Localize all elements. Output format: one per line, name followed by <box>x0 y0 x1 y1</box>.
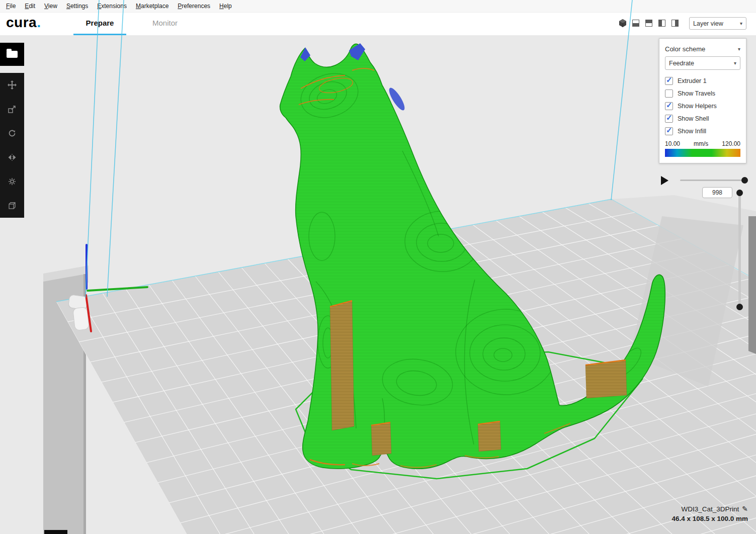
color-scheme-value: Feedrate <box>669 60 694 67</box>
menu-extensions[interactable]: Extensions <box>93 1 131 12</box>
checkbox-row-show-infill[interactable]: ✓ Show Infill <box>665 125 740 137</box>
view-mode-value: Layer view <box>693 20 723 27</box>
legend-min: 10.00 <box>665 140 680 147</box>
view-left-icon[interactable] <box>657 19 666 28</box>
camera-view-buttons <box>618 19 680 28</box>
view-right-icon[interactable] <box>670 19 680 28</box>
open-file-button[interactable] <box>0 43 24 66</box>
scale-tool-button[interactable] <box>0 97 24 121</box>
scale-icon <box>8 105 17 114</box>
playback-slider-handle[interactable] <box>741 177 748 184</box>
per-model-settings-button[interactable] <box>0 169 24 194</box>
checkbox[interactable]: ✓ <box>665 115 673 123</box>
color-scheme-label: Color scheme <box>665 45 705 53</box>
view-3d-icon[interactable] <box>618 19 627 28</box>
model-dimensions: 46.4 x 108.5 x 100.0 mm <box>671 515 748 522</box>
playback-slider-track[interactable] <box>680 180 748 181</box>
checkbox-row-show-helpers[interactable]: ✓ Show Helpers <box>665 100 740 112</box>
feedrate-gradient <box>665 149 740 157</box>
support-blocker-button[interactable] <box>0 194 24 218</box>
check-icon: ✓ <box>666 75 673 84</box>
checkbox-row-extruder-1[interactable]: ✓ Extruder 1 <box>665 74 740 87</box>
viewport-background[interactable] <box>0 35 756 534</box>
move-tool-button[interactable] <box>0 73 24 97</box>
rotate-icon <box>8 129 17 138</box>
view-mode-dropdown[interactable]: Layer view ▾ <box>689 17 746 30</box>
model-info: WDI3_Cat_3DPrint ✎ 46.4 x 108.5 x 100.0 … <box>671 505 748 522</box>
folder-icon <box>7 51 18 58</box>
menu-marketplace[interactable]: Marketplace <box>131 1 173 12</box>
feedrate-legend: 10.00 mm/s 120.00 <box>665 140 740 147</box>
color-scheme-dropdown[interactable]: Feedrate ▾ <box>665 56 740 70</box>
checkbox-label: Show Shell <box>678 115 709 122</box>
menu-bar: File Edit View Settings Extensions Marke… <box>0 0 756 13</box>
mirror-icon <box>8 153 17 162</box>
checkbox-label: Show Infill <box>678 128 706 135</box>
menu-view[interactable]: View <box>40 1 62 12</box>
tool-panel <box>0 73 24 218</box>
menu-preferences[interactable]: Preferences <box>173 1 215 12</box>
mirror-tool-button[interactable] <box>0 145 24 169</box>
menu-help[interactable]: Help <box>215 1 236 12</box>
checkbox[interactable]: ✓ <box>665 127 673 135</box>
logo-text: cura <box>6 15 37 30</box>
layer-slider-track[interactable] <box>738 193 741 307</box>
view-front-icon[interactable] <box>631 19 640 28</box>
menu-settings[interactable]: Settings <box>62 1 93 12</box>
checkbox-label: Show Travels <box>678 90 715 97</box>
legend-unit: mm/s <box>694 140 708 147</box>
checkbox[interactable]: ✓ <box>665 102 673 110</box>
checkbox-label: Show Helpers <box>678 103 717 110</box>
legend-max: 120.00 <box>722 140 740 147</box>
rotate-tool-button[interactable] <box>0 121 24 145</box>
checkbox-row-show-travels[interactable]: ✓ Show Travels <box>665 87 740 100</box>
layer-slider-handle-top[interactable] <box>736 190 743 196</box>
app-logo: cura. <box>6 15 41 31</box>
check-icon: ✓ <box>666 101 673 110</box>
rename-pencil-icon[interactable]: ✎ <box>742 505 748 513</box>
checkbox-row-show-shell[interactable]: ✓ Show Shell <box>665 112 740 125</box>
view-top-icon[interactable] <box>644 19 653 28</box>
checkbox[interactable]: ✓ <box>665 90 673 98</box>
check-icon: ✓ <box>666 126 673 135</box>
check-icon: ✓ <box>666 113 673 122</box>
move-icon <box>8 80 17 90</box>
chevron-down-icon: ▾ <box>734 60 736 66</box>
tab-monitor[interactable]: Monitor <box>140 12 190 35</box>
color-scheme-header[interactable]: Color scheme ▾ <box>665 43 740 54</box>
checkbox-label: Extruder 1 <box>678 77 707 84</box>
tab-monitor-label: Monitor <box>152 19 178 27</box>
layer-slider-handle-bottom[interactable] <box>736 304 743 310</box>
model-name: WDI3_Cat_3DPrint <box>681 505 739 513</box>
menu-file[interactable]: File <box>2 1 20 12</box>
taskbar-fragment <box>44 530 67 534</box>
tab-prepare[interactable]: Prepare <box>73 12 126 35</box>
tab-prepare-label: Prepare <box>86 19 114 27</box>
gear-icon <box>8 177 17 186</box>
cube-icon <box>8 201 17 210</box>
chevron-down-icon: ▾ <box>740 21 742 26</box>
current-layer-box[interactable]: 998 <box>702 187 732 198</box>
layer-view-panel: Color scheme ▾ Feedrate ▾ ✓ Extruder 1 ✓… <box>659 38 746 163</box>
chevron-down-icon: ▾ <box>738 46 740 52</box>
menu-edit[interactable]: Edit <box>20 1 40 12</box>
checkbox[interactable]: ✓ <box>665 77 673 85</box>
visibility-options: ✓ Extruder 1 ✓ Show Travels ✓ Show Helpe… <box>665 74 740 137</box>
play-button[interactable] <box>661 176 668 185</box>
logo-dot: . <box>37 15 41 30</box>
